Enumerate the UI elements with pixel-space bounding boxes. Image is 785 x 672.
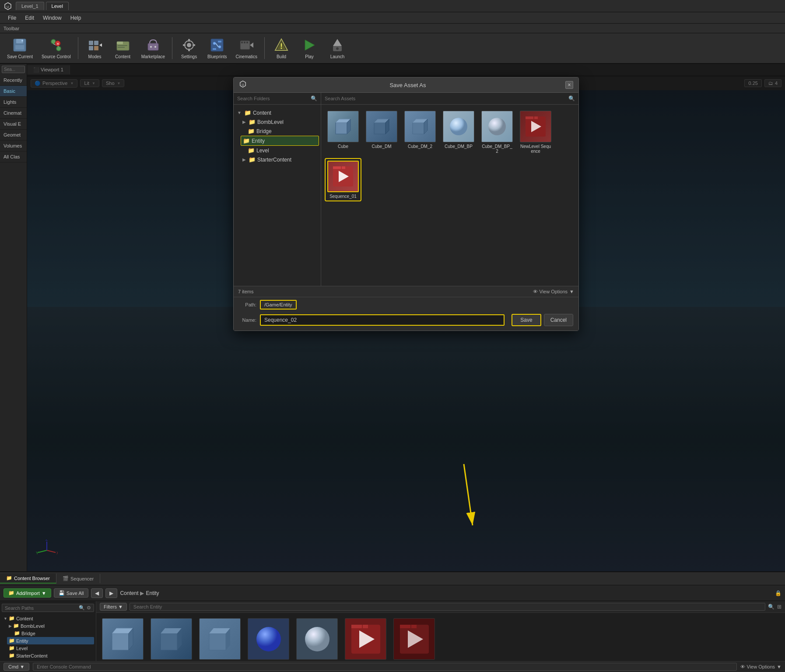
content-tree-arrow-icon: ▼ [4, 616, 7, 621]
name-input[interactable] [261, 315, 504, 325]
search-assets-input[interactable] [325, 96, 568, 101]
content-tree-bridge[interactable]: 📁 Bridge [12, 630, 94, 637]
svg-point-31 [218, 46, 221, 48]
toolbar-play[interactable]: Play [296, 35, 322, 61]
menu-file[interactable]: File [4, 14, 21, 22]
cube-dm-thumbnail [366, 111, 397, 142]
tree-level[interactable]: 📁 Level [246, 146, 319, 155]
menu-window[interactable]: Window [39, 14, 66, 22]
dialog-search-folders[interactable]: 🔍 [234, 93, 321, 104]
asset-sequence-01[interactable]: Sequence_01 [326, 159, 361, 201]
asset-cube[interactable]: Cube [326, 109, 361, 155]
content-sphere-blue-thumbnail [248, 618, 289, 660]
toolbar-launch[interactable]: Launch [324, 35, 350, 61]
content-tree-starter[interactable]: 📁 StarterContent [7, 652, 94, 659]
tab-content-browser[interactable]: 📁 Content Browser [0, 573, 56, 584]
toolbar-marketplace[interactable]: Marketplace [138, 35, 168, 61]
search-paths-icon: 🔍 [79, 605, 85, 611]
nav-back-button[interactable]: ◀ [91, 588, 103, 598]
svg-point-24 [187, 43, 191, 47]
title-tab-level[interactable]: Level [46, 2, 69, 10]
view-options-button[interactable]: 👁 View Options ▼ [740, 664, 782, 669]
left-panel-cinemat[interactable]: Cinemat [0, 108, 27, 119]
asset-cube-dm-bp[interactable]: Cube_DM_BP [441, 109, 476, 155]
path-value-wrap: /Game/Entity [260, 300, 297, 310]
dialog-close-button[interactable]: × [565, 81, 573, 89]
toolbar-content[interactable]: Content [110, 35, 136, 61]
breadcrumb-entity[interactable]: Entity [146, 590, 159, 596]
toolbar-save-current[interactable]: Save Current [4, 35, 36, 61]
dialog-view-options-button[interactable]: 👁 View Options ▼ [533, 289, 575, 294]
asset-cube-dm[interactable]: Cube_DM [364, 109, 399, 155]
tree-content[interactable]: ▼ 📁 Content [235, 108, 319, 117]
toolbar-sep-1 [78, 37, 78, 59]
search-paths-input[interactable] [5, 605, 79, 611]
menu-help[interactable]: Help [66, 14, 86, 22]
dialog-search-assets[interactable]: 🔍 [321, 93, 578, 104]
title-tab-level1[interactable]: Level_1 [16, 2, 44, 10]
content-asset-cube-dm[interactable]: Cube_DM [148, 616, 194, 661]
toolbar-source-control[interactable]: ✕ Source Control [38, 35, 74, 61]
content-tree-entity[interactable]: 📁 Entity [7, 637, 94, 644]
content-asset-sequence-01[interactable]: Sequence_01 [391, 616, 437, 661]
tree-bridge[interactable]: 📁 Bridge [246, 127, 319, 136]
tab-sequencer[interactable]: 🎬 Sequencer [56, 574, 100, 583]
add-import-arrow-icon: ▼ [42, 591, 46, 596]
bottom-tabs: 📁 Content Browser 🎬 Sequencer [0, 572, 785, 585]
left-panel-volumes[interactable]: Volumes [0, 141, 27, 151]
content-tree-level[interactable]: 📁 Level [7, 644, 94, 652]
left-panel-all-clas[interactable]: All Clas [0, 151, 27, 162]
content-asset-cube-dm-bp2[interactable]: Cube_DM_BP_2 [294, 616, 340, 661]
search-folders-input[interactable] [237, 96, 311, 101]
add-import-button[interactable]: 📁 Add/Import ▼ [4, 588, 51, 598]
save-button[interactable]: Save [512, 314, 541, 326]
dialog-assets-grid: Cube Cube_DM [321, 105, 578, 286]
cmd-button[interactable]: Cmd ▼ [4, 663, 29, 671]
left-panel-geomet[interactable]: Geomet [0, 130, 27, 141]
nav-forward-button[interactable]: ▶ [105, 588, 117, 598]
console-command-input[interactable] [33, 663, 736, 671]
svg-marker-15 [99, 43, 102, 47]
svg-rect-95 [411, 625, 417, 628]
left-panel-search[interactable] [0, 64, 27, 75]
search-entity-input[interactable] [130, 603, 765, 611]
eye-icon: 👁 [533, 289, 538, 294]
toolbar-build[interactable]: Build [268, 35, 294, 61]
svg-rect-27 [183, 44, 186, 46]
source-control-icon: ✕ [48, 37, 64, 53]
left-panel-basic[interactable]: Basic [0, 86, 27, 97]
left-search-input[interactable] [2, 66, 25, 73]
filters-button[interactable]: Filters ▼ [100, 603, 127, 611]
svg-rect-94 [400, 625, 410, 628]
content-search-paths[interactable]: 🔍 ⚙ [2, 604, 94, 612]
content-asset-new-level-seq[interactable]: NewLevelSequence [343, 616, 389, 661]
bomblevel-arrow-icon: ▶ [242, 120, 246, 124]
tree-entity[interactable]: 📁 Entity [241, 136, 319, 146]
asset-new-level-sequence[interactable]: NewLevel Sequence [518, 109, 553, 155]
toolbar: Save Current ✕ Source Control [0, 33, 785, 64]
asset-cube-dm2[interactable]: Cube_DM_2 [403, 109, 438, 155]
menu-edit[interactable]: Edit [21, 14, 39, 22]
left-panel-lights[interactable]: Lights [0, 97, 27, 108]
save-all-button[interactable]: 💾 Save All [54, 588, 89, 598]
cancel-button[interactable]: Cancel [544, 314, 573, 326]
left-panel-visual-e[interactable]: Visual E [0, 119, 27, 130]
svg-rect-28 [193, 44, 195, 46]
content-tree-content[interactable]: ▼ 📁 Content [2, 615, 94, 622]
content-asset-cube[interactable]: Cube [100, 616, 146, 661]
toolbar-cinematics[interactable]: Cinematics [232, 35, 261, 61]
sphere2-thumbnail [481, 111, 513, 142]
build-icon [273, 37, 289, 53]
toolbar-blueprints[interactable]: Blueprints [204, 35, 230, 61]
left-panel-recently[interactable]: Recently [0, 75, 27, 86]
breadcrumb-content[interactable]: Content [120, 590, 138, 596]
content-asset-cube-dm-bp[interactable]: Cube_DM_BP [245, 616, 291, 661]
toolbar-modes[interactable]: Modes [82, 35, 108, 61]
toolbar-settings[interactable]: Settings [176, 35, 202, 61]
svg-rect-26 [188, 49, 190, 51]
asset-cube-dm-bp-2[interactable]: Cube_DM_BP_2 [480, 109, 515, 155]
tree-starter-content[interactable]: ▶ 📁 StarterContent [241, 155, 319, 164]
tree-bomblevel[interactable]: ▶ 📁 BombLevel [241, 117, 319, 127]
content-tree-bomblevel[interactable]: ▶ 📁 BombLevel [7, 622, 94, 630]
content-asset-cube-dm2[interactable]: Cube_DM_2 [197, 616, 243, 661]
